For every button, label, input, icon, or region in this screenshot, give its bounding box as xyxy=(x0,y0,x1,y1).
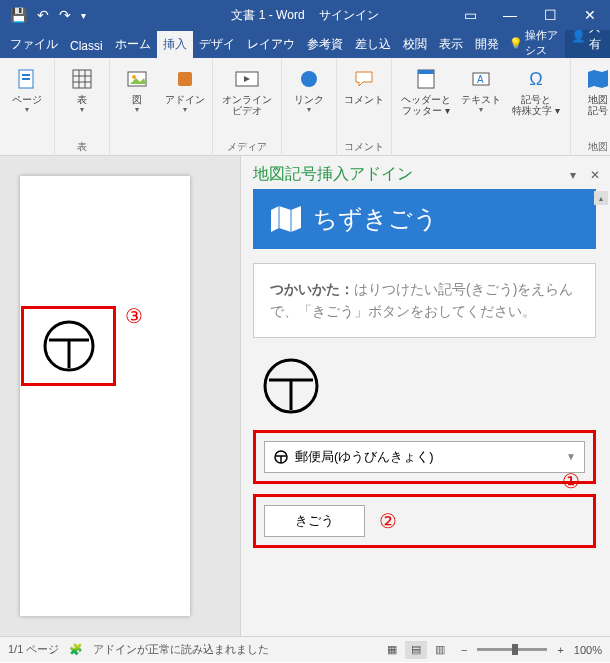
tab-home[interactable]: ホーム xyxy=(109,31,157,58)
combo-item-icon xyxy=(273,449,289,465)
svg-point-9 xyxy=(132,75,136,79)
view-print-icon[interactable]: ▤ xyxy=(405,641,427,659)
quick-access-toolbar: 💾 ↶ ↷ ▾ xyxy=(0,7,86,23)
zoom-in-icon[interactable]: + xyxy=(557,644,563,656)
omega-icon: Ω xyxy=(522,66,550,92)
task-pane-title: 地図記号挿入アドイン xyxy=(253,164,413,185)
redo-icon[interactable]: ↷ xyxy=(59,7,71,23)
save-icon[interactable]: 💾 xyxy=(10,7,27,23)
combo-value: 郵便局(ゆうびんきょく) xyxy=(295,448,434,466)
header-icon xyxy=(412,66,440,92)
tab-review[interactable]: 校閲 xyxy=(397,31,433,58)
document-area[interactable]: ③ xyxy=(0,156,240,636)
view-web-icon[interactable]: ▥ xyxy=(429,641,451,659)
picture-icon xyxy=(123,66,151,92)
callout-box-2: きごう ② xyxy=(253,494,596,548)
insert-symbol-button[interactable]: きごう xyxy=(264,505,365,537)
banner-map-icon xyxy=(269,204,303,234)
svg-rect-2 xyxy=(22,78,30,80)
maximize-icon[interactable]: ☐ xyxy=(530,0,570,30)
tab-view[interactable]: 表示 xyxy=(433,31,469,58)
undo-icon[interactable]: ↶ xyxy=(37,7,49,23)
document-page[interactable]: ③ xyxy=(20,176,190,616)
textbox-icon: A xyxy=(467,66,495,92)
chevron-down-icon: ▼ xyxy=(566,451,576,462)
symbols-button[interactable]: Ω 記号と 特殊文字 ▾ xyxy=(508,62,564,116)
header-footer-button[interactable]: ヘッダーと フッター ▾ xyxy=(398,62,454,116)
symbol-preview xyxy=(261,356,596,416)
map-icon xyxy=(584,66,610,92)
addin-banner: ちずきごう xyxy=(253,189,596,249)
pages-button[interactable]: ページ▾ xyxy=(6,62,48,114)
pictures-button[interactable]: 図▾ xyxy=(116,62,158,114)
callout-number-2: ② xyxy=(379,509,397,533)
scroll-up-icon[interactable]: ▴ xyxy=(594,191,608,205)
qat-more-icon[interactable]: ▾ xyxy=(81,10,86,21)
pane-close-icon[interactable]: ✕ xyxy=(590,168,600,182)
ribbon-tab-bar: ファイル Classi ホーム 挿入 デザイ レイアウ 参考資 差し込 校閲 表… xyxy=(0,30,610,58)
status-bar: 1/1 ページ 🧩 アドインが正常に読み込まれました ▦ ▤ ▥ − + 100… xyxy=(0,636,610,662)
tab-developer[interactable]: 開発 xyxy=(469,31,505,58)
online-video-button[interactable]: オンライン ビデオ xyxy=(219,62,275,116)
addin-status-text: アドインが正常に読み込まれました xyxy=(93,642,269,657)
callout-box-3 xyxy=(21,306,116,386)
comment-button[interactable]: コメント xyxy=(343,62,385,105)
table-icon xyxy=(68,66,96,92)
tab-file[interactable]: ファイル xyxy=(4,31,64,58)
ribbon-options-icon[interactable]: ▭ xyxy=(450,0,490,30)
callout-number-1: ① xyxy=(562,469,580,493)
close-icon[interactable]: ✕ xyxy=(570,0,610,30)
signin-link[interactable]: サインイン xyxy=(319,7,379,24)
tell-me-search[interactable]: 💡操作アシス xyxy=(509,28,565,58)
tab-classi[interactable]: Classi xyxy=(64,34,109,58)
svg-rect-1 xyxy=(22,74,30,76)
inserted-postoffice-symbol xyxy=(41,318,97,374)
addin-status-icon: 🧩 xyxy=(69,643,83,656)
svg-rect-10 xyxy=(178,72,192,86)
pane-menu-icon[interactable]: ▾ xyxy=(570,168,576,182)
links-button[interactable]: リンク▾ xyxy=(288,62,330,114)
addins-button[interactable]: アドイン▾ xyxy=(164,62,206,114)
title-bar: 💾 ↶ ↷ ▾ 文書 1 - Word サインイン ▭ — ☐ ✕ xyxy=(0,0,610,30)
video-icon xyxy=(233,66,261,92)
comment-icon xyxy=(350,66,378,92)
banner-text: ちずきごう xyxy=(313,203,438,235)
zoom-out-icon[interactable]: − xyxy=(461,644,467,656)
svg-point-12 xyxy=(301,71,317,87)
ribbon: ページ▾ 表▾ 表 図▾ アドイン▾ オンライン xyxy=(0,58,610,156)
workspace: ③ 地図記号挿入アドイン ▾ ✕ ▴ ちずきごう つかいかた：はりつけたい記号(… xyxy=(0,156,610,636)
callout-number-3: ③ xyxy=(125,304,143,328)
tab-design[interactable]: デザイ xyxy=(193,31,241,58)
document-title: 文書 1 - Word xyxy=(231,7,304,24)
task-pane: 地図記号挿入アドイン ▾ ✕ ▴ ちずきごう つかいかた：はりつけたい記号(きご… xyxy=(240,156,610,636)
page-count[interactable]: 1/1 ページ xyxy=(8,642,59,657)
zoom-slider[interactable] xyxy=(477,648,547,651)
link-icon xyxy=(295,66,323,92)
text-button[interactable]: A テキスト▾ xyxy=(460,62,502,114)
view-read-icon[interactable]: ▦ xyxy=(381,641,403,659)
zoom-percent[interactable]: 100% xyxy=(574,644,602,656)
svg-rect-3 xyxy=(73,70,91,88)
help-text-box: つかいかた：はりつけたい記号(きごう)をえらんで、「きごう」ボタンをおしてくださ… xyxy=(253,263,596,338)
addin-icon xyxy=(171,66,199,92)
map-symbol-button[interactable]: 地図 記号 xyxy=(577,62,610,116)
symbol-select-combo[interactable]: 郵便局(ゆうびんきょく) ▼ xyxy=(264,441,585,473)
tab-references[interactable]: 参考資 xyxy=(301,31,349,58)
minimize-icon[interactable]: — xyxy=(490,0,530,30)
help-bold: つかいかた： xyxy=(270,281,354,297)
table-button[interactable]: 表▾ xyxy=(61,62,103,114)
callout-box-1: 郵便局(ゆうびんきょく) ▼ xyxy=(253,430,596,484)
svg-rect-14 xyxy=(418,70,434,74)
svg-text:A: A xyxy=(477,74,484,85)
tab-mailings[interactable]: 差し込 xyxy=(349,31,397,58)
postoffice-symbol-icon xyxy=(261,356,321,416)
tab-layout[interactable]: レイアウ xyxy=(241,31,301,58)
tab-insert[interactable]: 挿入 xyxy=(157,31,193,58)
page-icon xyxy=(13,66,41,92)
